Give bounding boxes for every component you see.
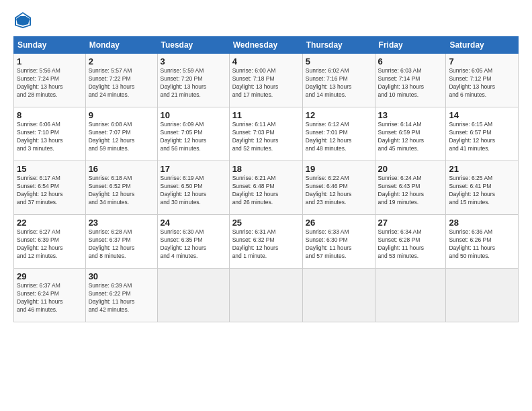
calendar-cell: 3Sunrise: 5:59 AM Sunset: 7:20 PM Daylig… — [157, 54, 229, 107]
calendar-cell: 29Sunrise: 6:37 AM Sunset: 6:24 PM Dayli… — [14, 269, 86, 322]
weekday-header-monday: Monday — [85, 37, 157, 54]
day-number: 10 — [161, 110, 226, 120]
calendar-week-3: 22Sunrise: 6:27 AM Sunset: 6:39 PM Dayli… — [14, 215, 519, 269]
day-number: 21 — [449, 164, 515, 174]
calendar-week-0: 1Sunrise: 5:56 AM Sunset: 7:24 PM Daylig… — [14, 54, 519, 107]
day-info: Sunrise: 5:56 AM Sunset: 7:24 PM Dayligh… — [17, 67, 83, 99]
calendar-cell: 6Sunrise: 6:03 AM Sunset: 7:14 PM Daylig… — [375, 54, 446, 107]
day-number: 17 — [161, 164, 226, 174]
day-info: Sunrise: 6:08 AM Sunset: 7:07 PM Dayligh… — [89, 121, 154, 153]
calendar-cell: 19Sunrise: 6:22 AM Sunset: 6:46 PM Dayli… — [302, 161, 375, 215]
day-info: Sunrise: 5:57 AM Sunset: 7:22 PM Dayligh… — [89, 67, 154, 99]
weekday-header-wednesday: Wednesday — [229, 37, 302, 54]
day-info: Sunrise: 5:59 AM Sunset: 7:20 PM Dayligh… — [161, 67, 226, 99]
calendar-cell — [375, 269, 446, 322]
calendar-cell: 17Sunrise: 6:19 AM Sunset: 6:50 PM Dayli… — [157, 161, 229, 215]
calendar-cell: 20Sunrise: 6:24 AM Sunset: 6:43 PM Dayli… — [375, 161, 446, 215]
weekday-header-sunday: Sunday — [14, 37, 86, 54]
day-number: 4 — [232, 56, 300, 66]
day-number: 29 — [17, 271, 83, 281]
day-number: 22 — [17, 218, 83, 228]
calendar-cell: 9Sunrise: 6:08 AM Sunset: 7:07 PM Daylig… — [85, 107, 157, 161]
calendar-cell: 14Sunrise: 6:15 AM Sunset: 6:57 PM Dayli… — [446, 107, 519, 161]
day-number: 18 — [232, 164, 300, 174]
weekday-header-saturday: Saturday — [446, 37, 519, 54]
day-number: 3 — [161, 56, 226, 66]
calendar-cell: 21Sunrise: 6:25 AM Sunset: 6:41 PM Dayli… — [446, 161, 519, 215]
day-info: Sunrise: 6:05 AM Sunset: 7:12 PM Dayligh… — [449, 67, 515, 99]
day-info: Sunrise: 6:28 AM Sunset: 6:37 PM Dayligh… — [89, 228, 154, 261]
calendar-week-1: 8Sunrise: 6:06 AM Sunset: 7:10 PM Daylig… — [14, 107, 519, 161]
calendar-cell: 27Sunrise: 6:34 AM Sunset: 6:28 PM Dayli… — [375, 215, 446, 269]
day-number: 7 — [449, 56, 515, 66]
calendar-cell: 11Sunrise: 6:11 AM Sunset: 7:03 PM Dayli… — [229, 107, 302, 161]
day-info: Sunrise: 6:00 AM Sunset: 7:18 PM Dayligh… — [232, 67, 300, 99]
calendar-cell — [302, 269, 375, 322]
day-number: 9 — [89, 110, 154, 120]
calendar-cell — [446, 269, 519, 322]
header — [13, 11, 519, 30]
day-info: Sunrise: 6:02 AM Sunset: 7:16 PM Dayligh… — [306, 67, 372, 99]
day-info: Sunrise: 6:39 AM Sunset: 6:22 PM Dayligh… — [89, 282, 154, 314]
day-info: Sunrise: 6:31 AM Sunset: 6:32 PM Dayligh… — [232, 228, 300, 261]
calendar-cell: 7Sunrise: 6:05 AM Sunset: 7:12 PM Daylig… — [446, 54, 519, 107]
day-info: Sunrise: 6:19 AM Sunset: 6:50 PM Dayligh… — [161, 175, 226, 207]
calendar-cell: 25Sunrise: 6:31 AM Sunset: 6:32 PM Dayli… — [229, 215, 302, 269]
day-info: Sunrise: 6:09 AM Sunset: 7:05 PM Dayligh… — [161, 121, 226, 153]
weekday-header-tuesday: Tuesday — [157, 37, 229, 54]
calendar-cell: 13Sunrise: 6:14 AM Sunset: 6:59 PM Dayli… — [375, 107, 446, 161]
day-info: Sunrise: 6:17 AM Sunset: 6:54 PM Dayligh… — [17, 175, 83, 207]
calendar-cell: 10Sunrise: 6:09 AM Sunset: 7:05 PM Dayli… — [157, 107, 229, 161]
calendar-week-2: 15Sunrise: 6:17 AM Sunset: 6:54 PM Dayli… — [14, 161, 519, 215]
header-row: SundayMondayTuesdayWednesdayThursdayFrid… — [14, 37, 519, 54]
day-info: Sunrise: 6:11 AM Sunset: 7:03 PM Dayligh… — [232, 121, 300, 153]
calendar-cell: 2Sunrise: 5:57 AM Sunset: 7:22 PM Daylig… — [85, 54, 157, 107]
page: SundayMondayTuesdayWednesdayThursdayFrid… — [0, 0, 532, 411]
day-number: 28 — [449, 218, 515, 228]
day-info: Sunrise: 6:18 AM Sunset: 6:52 PM Dayligh… — [89, 175, 154, 207]
calendar-cell: 22Sunrise: 6:27 AM Sunset: 6:39 PM Dayli… — [14, 215, 86, 269]
day-number: 11 — [232, 110, 300, 120]
logo — [13, 11, 35, 30]
day-info: Sunrise: 6:14 AM Sunset: 6:59 PM Dayligh… — [378, 121, 443, 153]
day-info: Sunrise: 6:34 AM Sunset: 6:28 PM Dayligh… — [378, 228, 443, 261]
calendar-week-4: 29Sunrise: 6:37 AM Sunset: 6:24 PM Dayli… — [14, 269, 519, 322]
day-info: Sunrise: 6:36 AM Sunset: 6:26 PM Dayligh… — [449, 228, 515, 261]
day-number: 19 — [306, 164, 372, 174]
day-info: Sunrise: 6:22 AM Sunset: 6:46 PM Dayligh… — [306, 175, 372, 207]
day-number: 26 — [306, 218, 372, 228]
day-info: Sunrise: 6:06 AM Sunset: 7:10 PM Dayligh… — [17, 121, 83, 153]
calendar-cell: 8Sunrise: 6:06 AM Sunset: 7:10 PM Daylig… — [14, 107, 86, 161]
weekday-header-friday: Friday — [375, 37, 446, 54]
day-number: 13 — [378, 110, 443, 120]
calendar-cell: 26Sunrise: 6:33 AM Sunset: 6:30 PM Dayli… — [302, 215, 375, 269]
day-number: 16 — [89, 164, 154, 174]
day-number: 23 — [89, 218, 154, 228]
day-info: Sunrise: 6:03 AM Sunset: 7:14 PM Dayligh… — [378, 67, 443, 99]
day-number: 24 — [161, 218, 226, 228]
day-number: 1 — [17, 56, 83, 66]
day-info: Sunrise: 6:27 AM Sunset: 6:39 PM Dayligh… — [17, 228, 83, 261]
day-number: 12 — [306, 110, 372, 120]
day-info: Sunrise: 6:37 AM Sunset: 6:24 PM Dayligh… — [17, 282, 83, 314]
day-number: 8 — [17, 110, 83, 120]
calendar-cell: 1Sunrise: 5:56 AM Sunset: 7:24 PM Daylig… — [14, 54, 86, 107]
calendar-cell: 24Sunrise: 6:30 AM Sunset: 6:35 PM Dayli… — [157, 215, 229, 269]
day-info: Sunrise: 6:25 AM Sunset: 6:41 PM Dayligh… — [449, 175, 515, 207]
weekday-header-thursday: Thursday — [302, 37, 375, 54]
day-info: Sunrise: 6:15 AM Sunset: 6:57 PM Dayligh… — [449, 121, 515, 153]
day-number: 27 — [378, 218, 443, 228]
calendar-cell: 28Sunrise: 6:36 AM Sunset: 6:26 PM Dayli… — [446, 215, 519, 269]
day-number: 2 — [89, 56, 154, 66]
calendar-cell: 5Sunrise: 6:02 AM Sunset: 7:16 PM Daylig… — [302, 54, 375, 107]
day-info: Sunrise: 6:33 AM Sunset: 6:30 PM Dayligh… — [306, 228, 372, 261]
calendar-cell: 18Sunrise: 6:21 AM Sunset: 6:48 PM Dayli… — [229, 161, 302, 215]
calendar-body: 1Sunrise: 5:56 AM Sunset: 7:24 PM Daylig… — [14, 54, 519, 322]
calendar-cell: 30Sunrise: 6:39 AM Sunset: 6:22 PM Dayli… — [85, 269, 157, 322]
day-number: 30 — [89, 271, 154, 281]
calendar-cell — [229, 269, 302, 322]
calendar-cell: 12Sunrise: 6:12 AM Sunset: 7:01 PM Dayli… — [302, 107, 375, 161]
day-number: 14 — [449, 110, 515, 120]
calendar-cell: 4Sunrise: 6:00 AM Sunset: 7:18 PM Daylig… — [229, 54, 302, 107]
day-number: 25 — [232, 218, 300, 228]
